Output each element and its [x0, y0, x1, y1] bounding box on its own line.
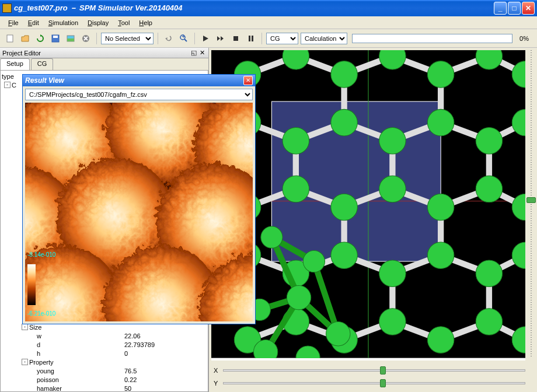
pause-button[interactable]: [245, 32, 257, 45]
y-axis-label: Y: [214, 380, 223, 387]
svg-point-77: [427, 194, 454, 220]
svg-rect-0: [7, 35, 13, 42]
calc-combo[interactable]: Calculation: [301, 33, 347, 44]
panel-header: Project Editor ◱ ✕: [0, 48, 208, 58]
y-slider-thumb[interactable]: [380, 379, 386, 387]
tree-row-poisson: poisson0.22: [2, 375, 207, 384]
menu-display[interactable]: Display: [83, 18, 113, 27]
menu-bar: File Edit Simulation Display Tool Help: [0, 16, 537, 29]
view3d-canvas[interactable]: [211, 50, 525, 360]
zoom-button[interactable]: +: [177, 32, 190, 45]
tree-row-w: w22.06: [2, 331, 207, 340]
selection-combo[interactable]: No Selected: [101, 33, 154, 44]
svg-point-73: [379, 176, 406, 202]
svg-point-87: [379, 309, 406, 335]
z-slider[interactable]: [526, 50, 536, 357]
new-button[interactable]: [4, 32, 16, 45]
svg-point-67: [427, 109, 454, 136]
svg-point-71: [476, 127, 503, 154]
svg-point-74: [476, 176, 503, 202]
scale-bottom-label: -6.21e-010: [27, 310, 55, 317]
result-view-titlebar[interactable]: Result View ✕: [23, 75, 255, 86]
window-title: cg_test007.pro － SPM Simulator Ver.20140…: [14, 3, 494, 13]
view3d-panel: Z: [209, 48, 537, 392]
svg-rect-9: [233, 36, 238, 41]
expander-icon[interactable]: -: [4, 82, 11, 88]
menu-edit[interactable]: Edit: [23, 18, 44, 27]
svg-rect-11: [252, 36, 253, 41]
image-button[interactable]: [64, 32, 77, 45]
maximize-button[interactable]: □: [508, 2, 521, 15]
svg-point-81: [427, 242, 454, 269]
panel-title: Project Editor: [2, 50, 190, 57]
tabs: Setup CG: [0, 58, 208, 70]
svg-point-88: [476, 309, 503, 335]
xy-sliders: X Y: [209, 363, 537, 392]
undo-button[interactable]: [162, 32, 175, 45]
open-button[interactable]: [19, 32, 32, 45]
expander-icon[interactable]: -: [22, 359, 28, 365]
colorbar: [27, 264, 36, 305]
svg-point-76: [331, 194, 358, 220]
minimize-button[interactable]: _: [494, 2, 507, 15]
result-view-close-button[interactable]: ✕: [243, 76, 253, 85]
y-slider[interactable]: [223, 382, 525, 384]
svg-point-104: [326, 322, 350, 346]
svg-point-62: [427, 61, 454, 88]
svg-rect-4: [67, 38, 74, 41]
x-slider-thumb[interactable]: [380, 366, 386, 374]
app-icon: [2, 4, 12, 13]
close-button[interactable]: ✕: [522, 2, 535, 15]
menu-simulation[interactable]: Simulation: [44, 18, 83, 27]
molecule-render: [211, 50, 525, 358]
result-view-title: Result View: [25, 76, 243, 85]
x-axis-label: X: [214, 367, 223, 374]
menu-tool[interactable]: Tool: [113, 18, 134, 27]
result-file-combo[interactable]: C:/SPMProjects/cg_test007/cgafm_fz.csv: [25, 89, 253, 100]
svg-point-69: [283, 127, 309, 154]
svg-point-100: [303, 250, 325, 272]
result-view-window[interactable]: Result View ✕ C:/SPMProjects/cg_test007/…: [22, 74, 256, 324]
tab-cg[interactable]: CG: [31, 58, 54, 70]
refresh-button[interactable]: [34, 32, 47, 45]
save-button[interactable]: [49, 32, 62, 45]
delete-button[interactable]: [79, 32, 92, 45]
svg-point-66: [331, 109, 358, 136]
tab-setup[interactable]: Setup: [0, 58, 30, 70]
scale-top-label: -8.14e-010: [27, 251, 55, 258]
tree-row-h: h0: [2, 349, 207, 358]
svg-point-80: [331, 242, 358, 269]
svg-point-91: [427, 327, 454, 354]
panel-close-button[interactable]: ✕: [198, 49, 206, 57]
svg-point-99: [261, 226, 283, 248]
svg-point-60: [331, 61, 358, 88]
menu-help[interactable]: Help: [134, 18, 157, 27]
tree-row-hamaker: hamaker50: [2, 384, 207, 392]
svg-point-84: [379, 260, 406, 287]
svg-point-85: [476, 260, 503, 287]
stop-button[interactable]: [229, 32, 242, 45]
progress-bar: [352, 34, 512, 43]
svg-point-70: [379, 127, 406, 154]
svg-text:+: +: [182, 34, 185, 40]
result-image[interactable]: -8.14e-010 -6.21e-010: [25, 103, 253, 321]
x-slider[interactable]: [223, 369, 525, 372]
fastforward-button[interactable]: [214, 32, 227, 45]
window-titlebar: cg_test007.pro － SPM Simulator Ver.20140…: [0, 0, 537, 16]
mode-combo[interactable]: CG: [266, 33, 298, 44]
dock-button[interactable]: ◱: [190, 49, 198, 57]
menu-file[interactable]: File: [4, 18, 23, 27]
tree-row-d: d22.793789: [2, 340, 207, 349]
tree-node-property: -Property: [2, 358, 207, 366]
svg-point-72: [283, 176, 309, 202]
expander-icon[interactable]: -: [22, 324, 28, 330]
svg-rect-10: [249, 36, 250, 41]
toolbar: No Selected + CG Calculation 0%: [0, 29, 537, 48]
svg-rect-2: [53, 36, 58, 38]
svg-point-101: [287, 285, 311, 309]
progress-text: 0%: [515, 35, 533, 42]
afm-heightmap: [25, 103, 253, 321]
tree-row-young: young76.5: [2, 366, 207, 375]
play-button[interactable]: [199, 32, 212, 45]
z-slider-thumb[interactable]: [526, 197, 536, 203]
